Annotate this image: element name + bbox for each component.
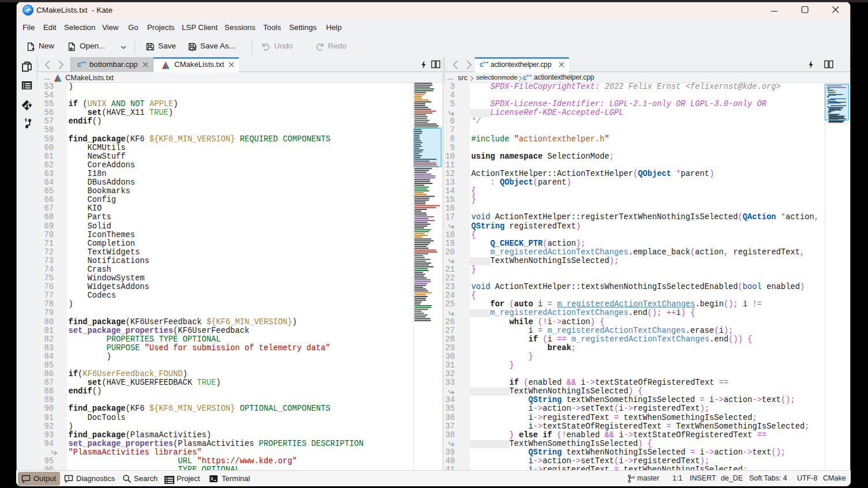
svg-text:++: ++ [526, 73, 532, 78]
svg-text:++: ++ [483, 60, 489, 65]
svg-text:++: ++ [81, 60, 87, 65]
